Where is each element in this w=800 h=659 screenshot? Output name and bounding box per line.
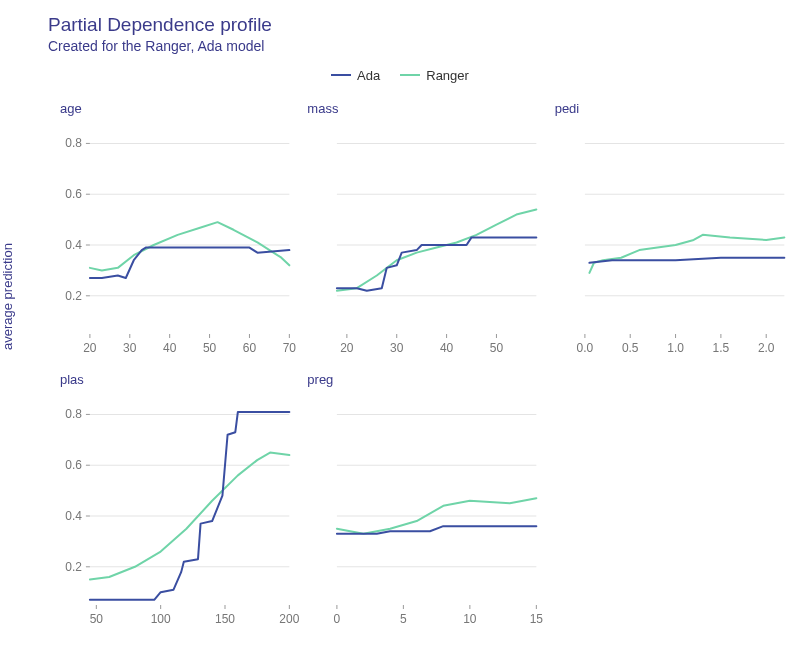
series-ranger — [90, 222, 289, 270]
svg-text:15: 15 — [530, 612, 544, 626]
svg-text:0.6: 0.6 — [65, 458, 82, 472]
panel-pedi: pedi0.00.51.01.52.0 — [545, 95, 790, 364]
legend-swatch — [331, 74, 351, 76]
svg-text:0.5: 0.5 — [622, 341, 639, 355]
svg-text:1.5: 1.5 — [712, 341, 729, 355]
svg-text:100: 100 — [151, 612, 171, 626]
y-axis-label: average prediction — [0, 243, 15, 350]
panel-plot: 0.00.51.01.52.0 — [545, 95, 790, 364]
panel-preg: preg051015 — [297, 366, 542, 635]
legend-label: Ranger — [426, 68, 469, 83]
panel-mass: mass20304050 — [297, 95, 542, 364]
svg-text:30: 30 — [123, 341, 137, 355]
svg-text:20: 20 — [341, 341, 355, 355]
svg-text:0: 0 — [334, 612, 341, 626]
series-ranger — [337, 209, 536, 290]
chart-subtitle: Created for the Ranger, Ada model — [48, 38, 264, 54]
svg-text:40: 40 — [163, 341, 177, 355]
svg-text:50: 50 — [490, 341, 504, 355]
svg-text:0.4: 0.4 — [65, 509, 82, 523]
panels-grid: age0.20.40.60.8203040506070mass20304050p… — [50, 95, 790, 635]
svg-text:0.2: 0.2 — [65, 560, 82, 574]
svg-text:2.0: 2.0 — [758, 341, 775, 355]
panel-plot: 0.20.40.60.850100150200 — [50, 366, 295, 635]
svg-text:1.0: 1.0 — [667, 341, 684, 355]
series-ada — [90, 412, 289, 600]
panel-plot: 051015 — [297, 366, 542, 635]
svg-text:60: 60 — [243, 341, 257, 355]
legend-item-ranger: Ranger — [400, 68, 469, 83]
series-ada — [90, 248, 289, 278]
panel-plot: 0.20.40.60.8203040506070 — [50, 95, 295, 364]
svg-text:0.8: 0.8 — [65, 407, 82, 421]
panel-plas: plas0.20.40.60.850100150200 — [50, 366, 295, 635]
svg-text:5: 5 — [400, 612, 407, 626]
svg-text:150: 150 — [215, 612, 235, 626]
svg-text:50: 50 — [90, 612, 104, 626]
svg-text:0.0: 0.0 — [576, 341, 593, 355]
svg-text:70: 70 — [283, 341, 297, 355]
svg-text:30: 30 — [390, 341, 404, 355]
svg-text:40: 40 — [440, 341, 454, 355]
svg-text:0.8: 0.8 — [65, 136, 82, 150]
svg-text:0.2: 0.2 — [65, 289, 82, 303]
legend: AdaRanger — [0, 62, 800, 83]
panel-plot: 20304050 — [297, 95, 542, 364]
svg-text:10: 10 — [464, 612, 478, 626]
series-ranger — [589, 235, 784, 273]
panel-age: age0.20.40.60.8203040506070 — [50, 95, 295, 364]
legend-item-ada: Ada — [331, 68, 380, 83]
svg-text:0.6: 0.6 — [65, 187, 82, 201]
legend-swatch — [400, 74, 420, 76]
svg-text:50: 50 — [203, 341, 217, 355]
svg-text:20: 20 — [83, 341, 97, 355]
svg-text:0.4: 0.4 — [65, 238, 82, 252]
legend-label: Ada — [357, 68, 380, 83]
chart-title: Partial Dependence profile — [48, 14, 272, 36]
